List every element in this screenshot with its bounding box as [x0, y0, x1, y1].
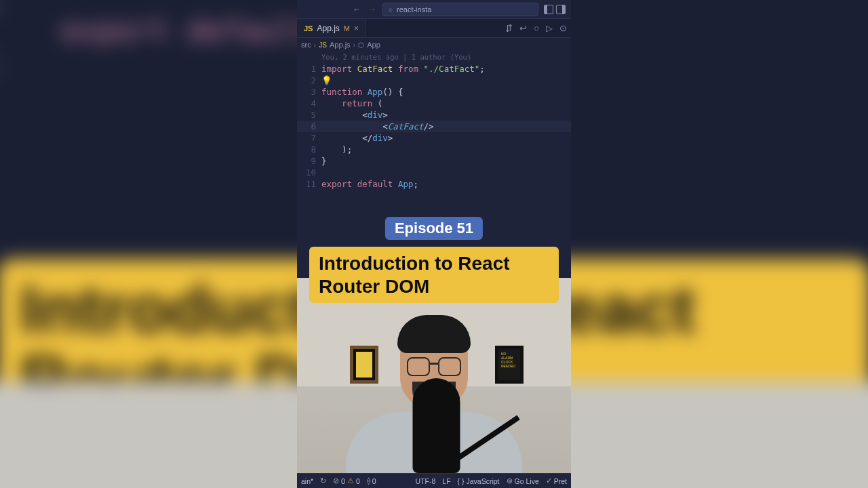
- tab-filename: App.js: [317, 24, 339, 33]
- problems-item[interactable]: ⊘0 ⚠0: [333, 476, 360, 485]
- command-center-search[interactable]: ⌕ react-insta: [382, 3, 538, 16]
- line-number: 3: [297, 86, 316, 98]
- editor-tabbar: JS App.js M × ⇵ ↩ ○ ▷ ⊙: [297, 19, 571, 38]
- editor-actions: ⇵ ↩ ○ ▷ ⊙: [505, 19, 567, 37]
- sync-icon[interactable]: ↻: [320, 476, 326, 485]
- code-line-8: );: [321, 144, 571, 155]
- eol-item[interactable]: LF: [442, 477, 450, 485]
- toggle-panel-left-icon[interactable]: [544, 5, 553, 14]
- window-titlebar: ← → ⌕ react-insta: [297, 0, 571, 19]
- nav-back-icon[interactable]: ←: [351, 4, 362, 15]
- code-line-2: 💡: [321, 75, 571, 86]
- code-line-5: <div>: [321, 109, 571, 121]
- breadcrumb-folder[interactable]: src: [301, 41, 311, 49]
- code-line-11: export default App;: [321, 178, 571, 190]
- encoding-item[interactable]: UTF-8: [416, 477, 436, 485]
- ports-item[interactable]: ⟠0: [367, 476, 376, 485]
- breadcrumb-symbol[interactable]: App: [367, 41, 380, 49]
- line-number: 1: [297, 63, 316, 75]
- split-editor-icon[interactable]: ▷: [546, 23, 553, 33]
- nav-forward-icon[interactable]: →: [366, 4, 377, 15]
- current-line-highlight: [297, 121, 571, 132]
- js-file-icon: JS: [319, 41, 327, 49]
- toggle-panel-right-icon[interactable]: [556, 5, 566, 14]
- line-number: 7: [297, 132, 316, 144]
- code-line-9: }: [321, 155, 571, 167]
- breadcrumb-sep-1: ›: [314, 41, 317, 49]
- line-number: 4: [297, 98, 316, 109]
- code-line-4: return (: [321, 98, 571, 109]
- prettier-item[interactable]: ✓Pret: [546, 476, 567, 485]
- line-number: 5: [297, 109, 316, 121]
- language-mode-item[interactable]: { } JavaScript: [458, 477, 500, 485]
- compare-changes-icon[interactable]: ⇵: [505, 23, 513, 33]
- line-number: 10: [297, 167, 316, 178]
- code-line-3: function App() {: [321, 86, 571, 98]
- git-branch-item[interactable]: ain*: [301, 477, 313, 485]
- go-live-item[interactable]: ⊚Go Live: [507, 476, 539, 485]
- breadcrumb-sep-2: ›: [353, 41, 356, 49]
- lightbulb-icon[interactable]: 💡: [321, 75, 332, 85]
- more-actions-icon[interactable]: ⊙: [559, 23, 567, 33]
- bg-code-text: export default: [61, 13, 313, 47]
- line-number: 9: [297, 155, 316, 167]
- tab-close-icon[interactable]: ×: [354, 24, 359, 33]
- video-title-banner: Introduction to React Router DOM: [309, 247, 559, 303]
- tab-app-js[interactable]: JS App.js M ×: [297, 19, 366, 37]
- status-bar: ain* ↻ ⊘0 ⚠0 ⟠0 UTF-8 LF { } JavaScript …: [297, 473, 571, 488]
- code-line-10: [321, 167, 571, 178]
- presenter-video: NO ALARM CLOCK NEEDED: [297, 278, 571, 473]
- git-blame-annotation: You, 2 minutes ago | 1 author (You): [321, 52, 571, 63]
- breadcrumb: src › JS App.js › ⬡ App: [297, 38, 571, 52]
- tab-modified-indicator: M: [344, 24, 350, 33]
- presenter-figure: [346, 317, 522, 473]
- code-line-7: </div>: [321, 132, 571, 144]
- go-back-icon[interactable]: ↩: [519, 23, 527, 33]
- line-number: 2: [297, 75, 316, 86]
- line-number: 11: [297, 178, 316, 190]
- episode-badge: Episode 51: [385, 217, 483, 240]
- search-text: react-insta: [397, 5, 431, 14]
- symbol-icon: ⬡: [358, 41, 364, 49]
- js-file-icon: JS: [304, 24, 313, 33]
- line-number: 8: [297, 144, 316, 155]
- code-line-1: import CatFact from "./CatFact";: [321, 63, 571, 75]
- breadcrumb-file[interactable]: App.js: [330, 41, 351, 49]
- run-icon[interactable]: ○: [534, 23, 539, 33]
- editor-viewport: ← → ⌕ react-insta JS App.js M × ⇵ ↩ ○ ▷ …: [297, 0, 571, 488]
- search-icon: ⌕: [389, 5, 393, 13]
